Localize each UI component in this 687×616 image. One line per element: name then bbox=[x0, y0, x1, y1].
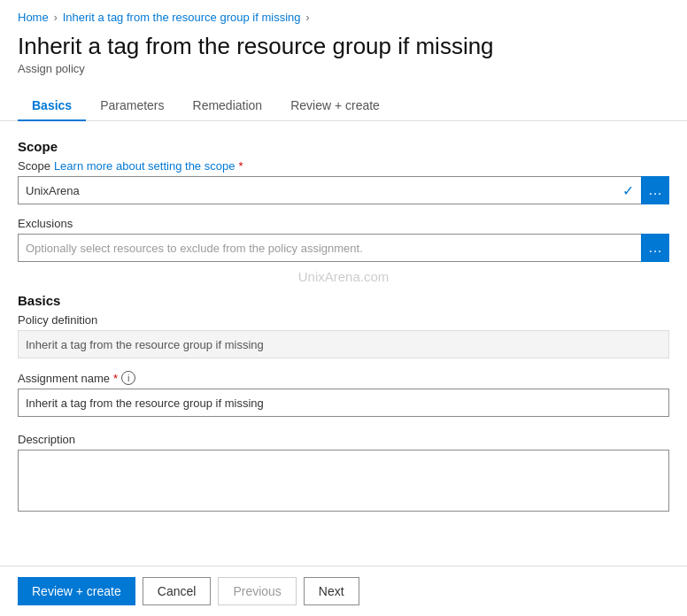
cancel-button[interactable]: Cancel bbox=[143, 577, 212, 605]
assignment-name-group: Assignment name * i bbox=[18, 371, 669, 429]
exclusions-browse-button[interactable]: … bbox=[641, 234, 669, 262]
basics-section: Basics Policy definition Inherit a tag f… bbox=[18, 293, 669, 527]
basics-heading: Basics bbox=[18, 293, 669, 308]
description-textarea[interactable] bbox=[18, 450, 669, 512]
breadcrumb-sep2: › bbox=[305, 12, 309, 24]
page-subtitle: Assign policy bbox=[18, 62, 669, 75]
previous-button: Previous bbox=[218, 577, 296, 605]
scope-required-marker: * bbox=[238, 159, 243, 173]
breadcrumb: Home › Inherit a tag from the resource g… bbox=[0, 0, 687, 29]
exclusions-field-group: Exclusions … bbox=[18, 217, 669, 262]
exclusions-label: Exclusions bbox=[18, 217, 669, 230]
page-header: Inherit a tag from the resource group if… bbox=[0, 29, 687, 77]
assignment-name-info-icon: i bbox=[121, 371, 135, 385]
policy-def-label: Policy definition bbox=[18, 313, 669, 327]
description-group: Description bbox=[18, 433, 669, 527]
policy-definition-group: Policy definition Inherit a tag from the… bbox=[18, 313, 669, 358]
scope-learn-more-link[interactable]: Learn more about setting the scope bbox=[54, 159, 235, 173]
description-label: Description bbox=[18, 433, 669, 446]
page-title: Inherit a tag from the resource group if… bbox=[18, 33, 669, 60]
scope-value-text: UnixArena bbox=[26, 184, 80, 197]
watermark: UnixArena.com bbox=[18, 269, 669, 284]
scope-value-display: UnixArena ✓ bbox=[18, 176, 641, 204]
scope-input-row: UnixArena ✓ … bbox=[18, 176, 669, 204]
next-button[interactable]: Next bbox=[304, 577, 359, 605]
assignment-name-required: * bbox=[113, 372, 118, 385]
breadcrumb-home[interactable]: Home bbox=[18, 11, 49, 24]
scope-check-icon: ✓ bbox=[622, 182, 634, 199]
scope-label: Scope Learn more about setting the scope… bbox=[18, 159, 669, 173]
breadcrumb-sep1: › bbox=[54, 12, 58, 24]
tabs-bar: Basics Parameters Remediation Review + c… bbox=[0, 77, 687, 121]
exclusions-input[interactable] bbox=[18, 234, 641, 262]
footer: Review + create Cancel Previous Next bbox=[0, 566, 687, 616]
tab-parameters[interactable]: Parameters bbox=[86, 91, 178, 121]
tab-remediation[interactable]: Remediation bbox=[179, 91, 277, 121]
review-create-button[interactable]: Review + create bbox=[18, 577, 135, 605]
breadcrumb-page[interactable]: Inherit a tag from the resource group if… bbox=[63, 11, 301, 24]
tab-basics[interactable]: Basics bbox=[18, 91, 86, 121]
exclusions-input-row: … bbox=[18, 234, 669, 262]
policy-def-value: Inherit a tag from the resource group if… bbox=[18, 330, 669, 358]
scope-heading: Scope bbox=[18, 139, 669, 154]
scope-field-group: Scope Learn more about setting the scope… bbox=[18, 159, 669, 204]
scope-section: Scope Scope Learn more about setting the… bbox=[18, 139, 669, 262]
scope-browse-button[interactable]: … bbox=[641, 176, 669, 204]
assignment-name-input[interactable] bbox=[18, 389, 669, 417]
main-content: Scope Scope Learn more about setting the… bbox=[0, 121, 687, 566]
assignment-name-label: Assignment name * i bbox=[18, 371, 669, 385]
tab-review-create[interactable]: Review + create bbox=[276, 91, 394, 121]
